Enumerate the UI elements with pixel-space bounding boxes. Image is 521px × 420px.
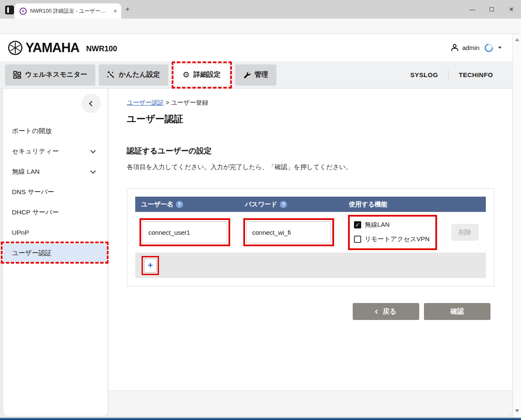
nav-tab-label: かんたん設定 [119, 70, 160, 79]
page-scrollbar[interactable] [513, 34, 521, 417]
section-title: 認証するユーザーの設定 [127, 146, 512, 156]
scroll-down-icon[interactable] [515, 409, 519, 412]
model-name: NWR100 [86, 45, 117, 53]
password-input[interactable] [246, 221, 331, 243]
tab-advanced-settings[interactable]: ⚙ 詳細設定 [175, 64, 229, 86]
grid-icon [13, 71, 21, 79]
column-header-password: パスワード [245, 200, 277, 209]
sidebar-item-dhcp-server[interactable]: DHCP サーバー [3, 202, 108, 223]
main-content: ユーザー認証 > ユーザー登録 ユーザー認証 認証するユーザーの設定 各項目を入… [109, 89, 512, 390]
brand-name: YAMAHA [25, 40, 79, 56]
remote-access-vpn-checkbox[interactable] [354, 236, 361, 243]
username-input[interactable] [142, 221, 227, 243]
nav-divider [448, 70, 449, 80]
feature-wireless-lan: ✓ 無線LAN [354, 221, 429, 229]
breadcrumb-link[interactable]: ユーザー認証 [127, 99, 164, 106]
highlight-username-input [139, 218, 230, 246]
tab-close-icon[interactable]: × [114, 8, 117, 14]
browser-titlebar: ✳ NWR100 詳細設定 - ユーザー認証 × + — ☐ ✕ [0, 0, 521, 19]
chevron-down-icon [90, 148, 96, 153]
browser-toolbar: ← ⟳ ⚠ セキュリティ保護なし 192.168.100.1 /advanced… [0, 19, 521, 34]
table-header: ユーザー名 ? パスワード ? 使用する機能 [135, 197, 486, 212]
add-user-button[interactable]: + [144, 259, 156, 273]
main-navbar: ウェルネスモニター かんたん設定 ⚙ 詳細設定 管理 SYSLOG TECHIN… [0, 61, 513, 89]
new-tab-button[interactable]: + [125, 5, 130, 14]
page-footer [109, 390, 512, 416]
wrench-icon [243, 71, 251, 79]
yamaha-favicon-icon: ✳ [20, 8, 27, 15]
yamaha-logo-icon [8, 40, 23, 56]
chevron-left-icon [375, 309, 379, 314]
delete-button[interactable]: 削除 [451, 224, 479, 241]
breadcrumb: ユーザー認証 > ユーザー登録 [127, 99, 512, 107]
tab-wellness-monitor[interactable]: ウェルネスモニター [5, 64, 95, 86]
chevron-left-icon [89, 101, 95, 106]
highlight-advanced-settings: ⚙ 詳細設定 [172, 61, 232, 89]
sidebar: ポートの開放 セキュリティー 無線 LAN DNS サーバー DHCP サーバー… [3, 89, 108, 416]
techinfo-link[interactable]: TECHINFO [459, 71, 493, 78]
page-title: ユーザー認証 [127, 113, 512, 125]
highlight-password-input [243, 218, 334, 246]
gear-icon: ⚙ [183, 71, 190, 79]
user-icon [451, 44, 459, 52]
sidebar-collapse-button[interactable] [81, 94, 101, 113]
sidebar-item-dns-server[interactable]: DNS サーバー [3, 182, 108, 202]
sidebar-item-user-auth[interactable]: ユーザー認証 [3, 244, 108, 262]
add-row: + [135, 253, 486, 278]
sidebar-item-upnp[interactable]: UPnP [3, 223, 108, 243]
breadcrumb-separator: > [166, 99, 169, 106]
help-icon[interactable]: ? [176, 201, 183, 208]
nav-tab-label: 詳細設定 [194, 70, 221, 79]
back-button[interactable]: 戻る [353, 303, 419, 320]
checkbox-label: リモートアクセスVPN [365, 235, 429, 243]
highlight-add-button: + [142, 256, 159, 275]
scroll-up-icon[interactable] [515, 38, 519, 41]
confirm-button[interactable]: 確認 [424, 303, 490, 320]
feature-remote-access-vpn: リモートアクセスVPN [354, 235, 429, 243]
table-row: ✓ 無線LAN リモートアクセスVPN 削除 [135, 212, 486, 253]
account-caret-icon[interactable] [498, 47, 501, 49]
browser-tab[interactable]: ✳ NWR100 詳細設定 - ユーザー認証 × [14, 3, 121, 19]
column-header-username: ユーザー名 [141, 200, 173, 209]
section-description: 各項目を入力してください。入力が完了したら、「確認」を押してください。 [127, 163, 512, 171]
highlight-feature-checkboxes: ✓ 無線LAN リモートアクセスVPN [348, 215, 437, 250]
sidebar-item-port-open[interactable]: ポートの開放 [3, 121, 108, 141]
admin-username: admin [462, 44, 479, 51]
tab-actions-icon[interactable] [5, 6, 14, 14]
sidebar-item-wireless-lan[interactable]: 無線 LAN [3, 161, 108, 182]
magic-wand-icon [107, 71, 115, 79]
close-button[interactable]: ✕ [501, 0, 521, 19]
nav-tab-label: ウェルネスモニター [25, 70, 87, 79]
tab-management[interactable]: 管理 [235, 64, 276, 86]
loading-spinner-icon [483, 42, 495, 53]
app-header: YAMAHA NWR100 admin [0, 34, 513, 61]
window-bottom-border [0, 417, 521, 420]
wireless-lan-checkbox[interactable]: ✓ [354, 221, 361, 228]
checkbox-label: 無線LAN [365, 221, 390, 229]
form-actions: 戻る 確認 [127, 303, 494, 320]
breadcrumb-current: ユーザー登録 [171, 99, 208, 106]
maximize-button[interactable]: ☐ [482, 0, 501, 19]
help-icon[interactable]: ? [280, 201, 287, 208]
tab-title: NWR100 詳細設定 - ユーザー認証 [30, 8, 111, 15]
syslog-link[interactable]: SYSLOG [410, 71, 438, 78]
user-table-card: ユーザー名 ? パスワード ? 使用する機能 [127, 188, 494, 286]
chevron-down-icon [90, 168, 96, 174]
nav-tab-label: 管理 [255, 70, 268, 79]
sidebar-item-security[interactable]: セキュリティー [3, 141, 108, 161]
minimize-button[interactable]: — [462, 0, 482, 19]
tab-easy-settings[interactable]: かんたん設定 [99, 64, 168, 86]
column-header-features: 使用する機能 [349, 200, 387, 209]
window-controls: — ☐ ✕ [462, 0, 521, 19]
